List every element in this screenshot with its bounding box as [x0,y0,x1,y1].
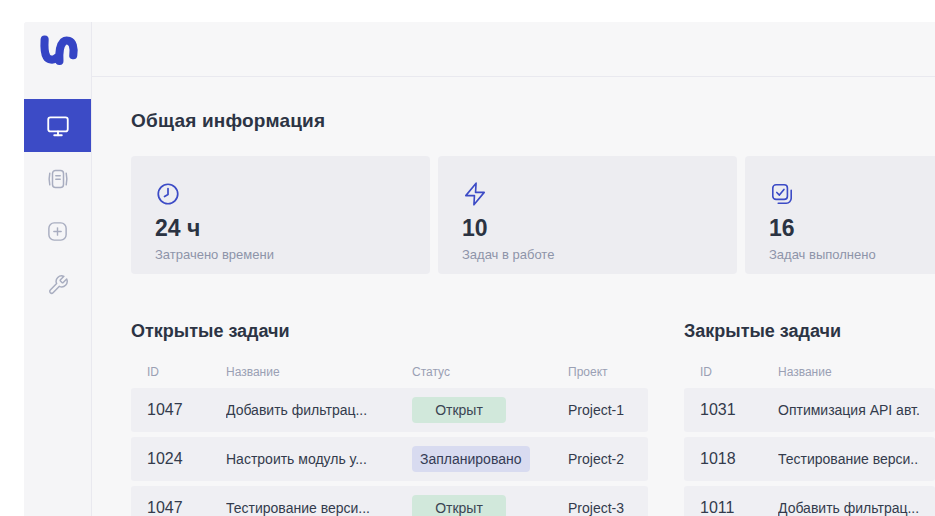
journal-icon [46,167,70,191]
table-row[interactable]: 1024 Настроить модуль у... Запланировано… [131,437,648,481]
monitor-icon [45,113,71,139]
column-header-name: Название [226,365,412,379]
column-header-name: Название [778,365,919,379]
stat-card-done: 16 Задач выполнено [745,156,935,274]
stat-value: 24 ч [155,215,430,242]
table-row[interactable]: 1018 Тестирование верси... [684,437,935,481]
table-row[interactable]: 1031 Оптимизация API авт... [684,388,935,432]
task-id: 1047 [147,401,226,419]
status-badge: Открыт [412,397,506,423]
clock-icon [155,181,181,207]
app-window: Общая информация 24 ч Затрачено времени … [24,22,935,516]
stat-label: Задач выполнено [769,247,935,262]
sidebar-item-dashboard[interactable] [24,99,91,152]
column-header-id: ID [147,365,226,379]
task-name: Оптимизация API авт... [778,402,919,418]
stat-value: 16 [769,215,935,242]
table-row[interactable]: 1047 Тестирование верси... Открыт Projec… [131,486,648,516]
main-panel: Общая информация 24 ч Затрачено времени … [92,77,935,516]
task-project: Project-1 [568,402,632,418]
table-header: ID Название Статус Проект [131,356,648,388]
sidebar [24,22,92,516]
task-project: Project-2 [568,451,632,467]
page-title: Общая информация [131,110,935,132]
stat-label: Задач в работе [462,247,737,262]
sidebar-item-journal[interactable] [24,152,91,205]
column-header-project: Проект [568,365,632,379]
app-logo[interactable] [24,22,91,77]
stat-card-time: 24 ч Затрачено времени [131,156,430,274]
status-badge: Открыт [412,495,506,516]
column-header-status: Статус [412,365,568,379]
stat-label: Затрачено времени [155,247,430,262]
task-name: Тестирование верси... [778,451,919,467]
logo-icon [37,34,79,66]
sidebar-nav [24,99,91,311]
task-name: Добавить фильтрац... [226,402,412,418]
closed-tasks-title: Закрытые задачи [684,321,935,342]
table-header: ID Название [684,356,935,388]
task-id: 1018 [700,450,778,468]
column-header-id: ID [700,365,778,379]
zap-icon [462,181,488,207]
status-badge: Запланировано [412,446,530,472]
task-id: 1031 [700,401,778,419]
task-name: Добавить фильтрац... [778,500,919,516]
sidebar-item-settings[interactable] [24,258,91,311]
task-id: 1024 [147,450,226,468]
stat-card-in-progress: 10 Задач в работе [438,156,737,274]
stat-value: 10 [462,215,737,242]
open-tasks-title: Открытые задачи [131,321,648,342]
open-tasks-table: Открытые задачи ID Название Статус Проек… [131,321,648,516]
closed-tasks-table: Закрытые задачи ID Название 1031 Оптимиз… [684,321,935,516]
task-id: 1047 [147,499,226,516]
plus-square-icon [46,220,69,243]
table-row[interactable]: 1011 Добавить фильтрац... [684,486,935,516]
stat-cards: 24 ч Затрачено времени 10 Задач в работе [131,156,935,274]
tables-section: Открытые задачи ID Название Статус Проек… [131,321,935,516]
topbar [92,22,935,77]
task-name: Тестирование верси... [226,500,412,516]
content-area: Общая информация 24 ч Затрачено времени … [92,22,935,516]
task-id: 1011 [700,499,778,516]
check-square-icon [769,181,795,207]
wrench-icon [47,274,69,296]
sidebar-item-create[interactable] [24,205,91,258]
task-project: Project-3 [568,500,632,516]
task-name: Настроить модуль у... [226,451,412,467]
table-row[interactable]: 1047 Добавить фильтрац... Открыт Project… [131,388,648,432]
